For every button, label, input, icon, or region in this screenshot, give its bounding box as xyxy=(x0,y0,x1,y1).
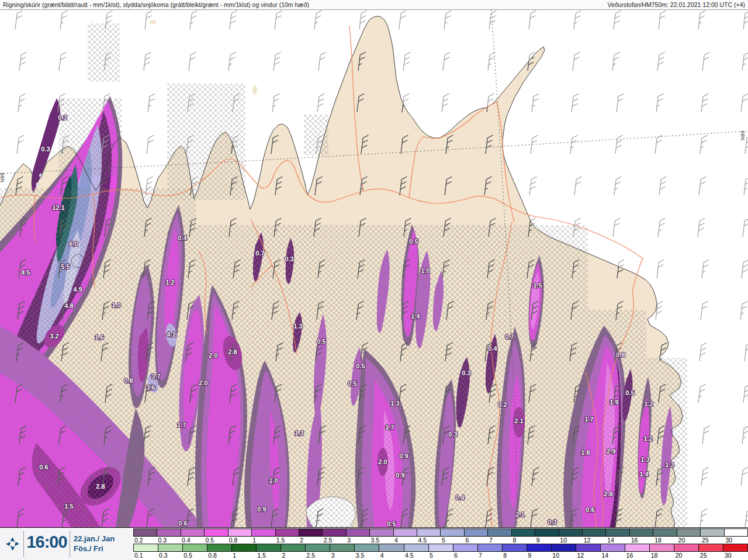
legend-swatch xyxy=(379,544,403,551)
precip-value: 0.3 xyxy=(58,114,67,121)
legend-swatch xyxy=(605,529,629,536)
precip-value: 2.1 xyxy=(514,417,523,424)
legend-tick-label: 1 xyxy=(252,537,256,544)
precip-value: 0.9 xyxy=(396,472,404,479)
precip-value: 2.8 xyxy=(228,348,237,355)
legend-tick-label: 5 xyxy=(442,537,445,544)
precip-value: 2.1 xyxy=(515,511,524,518)
legend-tick-label: 14 xyxy=(602,552,609,559)
legend-snow-labels: 0.20.30.40.50.811.522.533.544.5567891012… xyxy=(133,537,748,544)
legend-tick-label: 0.5 xyxy=(205,537,214,544)
legend-swatch xyxy=(228,529,251,536)
legend-tick-label: 12 xyxy=(584,537,591,544)
time-display: 16:00 xyxy=(26,533,68,552)
legend-swatch xyxy=(204,529,227,536)
precip-value: 1.7 xyxy=(385,424,394,431)
legend-tick-label: 6 xyxy=(454,552,458,559)
legend-tick-label: 2.5 xyxy=(324,537,333,544)
latitude-label-left: N99 xyxy=(0,172,5,182)
precip-value: 2.0 xyxy=(199,379,207,386)
precip-value: 4.8 xyxy=(64,302,73,309)
precip-value: 0.6 xyxy=(586,506,594,513)
precip-value: 4.1 xyxy=(167,331,175,338)
precip-value: 1.3 xyxy=(390,400,399,407)
legend-swatch xyxy=(477,544,502,551)
precip-value: 0.3 xyxy=(41,146,50,153)
precip-value: 1.3 xyxy=(640,456,649,463)
legend-swatch xyxy=(330,544,354,551)
precip-value: 1.5 xyxy=(64,503,73,510)
precip-value: 0.5 xyxy=(409,238,418,245)
divider xyxy=(23,531,24,557)
legend-swatch xyxy=(582,529,605,536)
legend-tick-label: 3 xyxy=(347,537,351,544)
legend-tick-label: 0.3 xyxy=(158,537,167,544)
legend-tick-label: 12 xyxy=(577,552,584,559)
legend-tick-label: 20 xyxy=(678,537,685,544)
legend-tick-label: 4.5 xyxy=(405,552,414,559)
legend-swatch xyxy=(134,544,158,551)
legend-swatch xyxy=(299,529,322,536)
legend-tick-label: 0.5 xyxy=(183,552,192,559)
precip-value: 1.3 xyxy=(665,461,674,468)
precip-value: 1.6 xyxy=(95,334,103,341)
precip-value: 0.8 xyxy=(124,377,133,384)
precip-value: 1.2 xyxy=(644,400,653,407)
precip-value: 1.7 xyxy=(584,416,593,423)
precip-value: 2.8 xyxy=(96,483,105,490)
legend-swatch xyxy=(417,529,440,536)
legend-tick-label: 7 xyxy=(489,537,493,544)
precip-value: 0.3 xyxy=(548,518,556,526)
precip-value: 1.7 xyxy=(177,421,186,428)
precip-value: 4.9 xyxy=(73,286,82,293)
legend-swatch xyxy=(369,529,393,536)
legend-swatch xyxy=(280,544,305,551)
divider xyxy=(70,531,70,557)
title-bar: Rigning/skúrir (grænt/blátt/rautt - mm/1… xyxy=(0,0,748,10)
precip-value: 0.4 xyxy=(455,494,465,501)
legend-swatch xyxy=(700,529,723,536)
legend-swatch xyxy=(527,544,551,551)
time-panel: 16:00 22.jan./ Jan Fös./ Fri xyxy=(0,528,133,560)
legend-swatch xyxy=(629,529,653,536)
legend-tick-label: 4.5 xyxy=(418,537,427,544)
legend-swatch xyxy=(404,544,428,551)
legend-tick-label: 2.5 xyxy=(307,552,316,559)
legend-tick-label: 0.8 xyxy=(208,552,217,559)
precip-value: 0.2 xyxy=(498,401,507,408)
legend-swatch xyxy=(502,544,527,551)
legend-swatch xyxy=(723,544,747,551)
precip-value: 0.3 xyxy=(448,431,457,438)
precip-value: 1.8 xyxy=(581,449,590,456)
legend-swatch xyxy=(674,544,698,551)
precip-value: 12.1 xyxy=(52,204,64,211)
precip-value: 2.8 xyxy=(604,490,612,497)
legend-tick-label: 5 xyxy=(430,552,433,559)
legend-tick-label: 30 xyxy=(726,537,733,544)
legend-swatch xyxy=(653,529,676,536)
legend-swatch xyxy=(487,529,511,536)
forecast-map-page: Rigning/skúrir (grænt/blátt/rautt - mm/1… xyxy=(0,0,748,560)
legend-swatch xyxy=(535,529,558,536)
precip-value: 5.5 xyxy=(61,263,70,270)
legend: 0.20.30.40.50.811.522.533.544.5567891012… xyxy=(133,528,748,560)
legend-swatch xyxy=(453,544,477,551)
legend-tick-label: 16 xyxy=(626,552,633,559)
precip-value: 0.5 xyxy=(387,520,396,527)
precip-value: 6.0 xyxy=(69,240,78,247)
legend-tick-label: 25 xyxy=(700,552,707,559)
legend-tick-label: 8 xyxy=(503,552,507,559)
weather-map-canvas: N99 N99 0.30.312.16.04.55.54.94.83.21.61… xyxy=(0,10,748,527)
legend-swatch xyxy=(322,529,345,536)
legend-swatch xyxy=(231,544,256,551)
legend-tick-label: 9 xyxy=(536,537,540,544)
legend-tick-label: 18 xyxy=(654,537,662,544)
precip-value: 0.9 xyxy=(399,452,408,459)
legend-swatch xyxy=(511,529,535,536)
precip-value: 3.2 xyxy=(50,333,58,340)
legend-swatch xyxy=(698,544,723,551)
legend-swatch xyxy=(724,529,747,536)
legend-swatch xyxy=(576,544,600,551)
legend-swatch xyxy=(181,529,204,536)
legend-tick-label: 10 xyxy=(560,537,567,544)
